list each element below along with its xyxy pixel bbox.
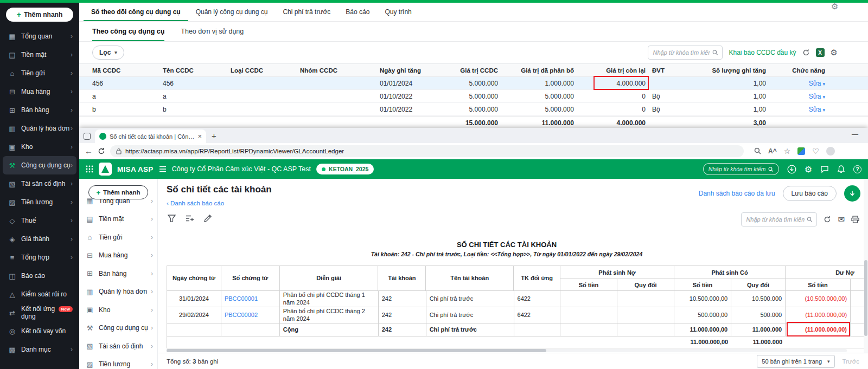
browser-tab[interactable]: Sổ chi tiết các tài khoản | Công ty × [95,130,206,143]
vertical-scrollbar[interactable] [864,179,868,353]
pagination-prev[interactable]: Trước [843,358,859,365]
sidebar-item-tong-quan[interactable]: ▦Tổng quan› [3,27,76,46]
favorites-star-icon[interactable]: ☆ [784,147,791,156]
subtab-theo-don-vi[interactable]: Theo đơn vị sử dụng [181,22,244,41]
sidebar-item-cong-cu-dung-cu[interactable]: ⚒Công cụ dụng cụ› [3,156,76,174]
chat-icon[interactable] [820,165,829,173]
tab-so-theo-doi-ccdc[interactable]: Số theo dõi công cụ dụng cụ [84,3,188,21]
quick-add-button[interactable]: +Thêm nhanh [6,8,73,22]
tab-quy-trinh[interactable]: Quy trình [377,3,419,21]
refresh-icon[interactable] [824,216,831,223]
extension-icon[interactable] [797,147,805,155]
chevron-down-icon[interactable]: ▾ [822,107,825,113]
horizontal-scrollbar[interactable] [167,349,847,352]
sidebar-item-ket-noi-vay-von[interactable]: ◎Kết nối vay vốn [3,322,76,340]
minimize-icon[interactable]: — [852,131,858,138]
sidebar-item-thue[interactable]: ◇Thuế› [3,211,76,230]
table-row[interactable]: 456 456 01/01/2024 5.000.000 1.000.000 4… [79,77,868,90]
sidebar-item-tai-san-co-dinh[interactable]: ▧Tài sản cố định› [79,337,157,355]
sidebar-item-gia-thanh[interactable]: ◈Giá thành› [3,230,76,248]
sidebar-item-tai-san-co-dinh[interactable]: ▧Tài sản cố định› [3,174,76,193]
column-header[interactable]: Nhóm CCDC [300,67,380,74]
save-report-button[interactable]: Lưu báo cáo [783,186,837,201]
profile-avatar[interactable] [826,147,835,156]
report-search-input[interactable] [746,216,804,223]
refresh-icon[interactable] [802,49,810,56]
subtab-theo-ccdc[interactable]: Theo công cụ dụng cụ [92,22,164,41]
browser-essentials-icon[interactable]: ♡ [812,147,819,156]
sidebar-item-ban-hang[interactable]: ⊞Bán hàng› [79,264,157,283]
sidebar-item-tien-gui[interactable]: ⌂Tiền gửi› [79,228,157,247]
column-header[interactable]: Loại CCDC [231,67,300,74]
tab-quan-ly-ccdc[interactable]: Quản lý công cụ dụng cụ [188,3,276,21]
document-link[interactable]: PBCC00001 [225,295,258,303]
zoom-icon[interactable] [754,147,761,154]
column-header[interactable]: Tài khoản [378,266,426,291]
table-row[interactable]: 31/01/2024 PBCC00001 Phân bổ chi phí CCD… [167,291,868,307]
column-header[interactable]: Quy đổi [617,279,674,291]
sidebar-item-tien-mat[interactable]: ▤Tiền mặt› [3,46,76,64]
tab-chi-phi-tra-truoc[interactable]: Chi phí trả trước [275,3,338,21]
sidebar-item-tien-luong[interactable]: ▨Tiền lương› [3,193,76,211]
help-icon[interactable]: ? [853,165,861,173]
filter-button[interactable]: Lọc▾ [92,46,124,60]
sidebar-item-mua-hang[interactable]: ⊟Mua hàng› [79,247,157,265]
column-header[interactable]: Chức năng [766,67,827,74]
chevron-down-icon[interactable]: ▾ [822,94,825,100]
sidebar-item-quan-ly-hoa-don[interactable]: ▥Quản lý hóa đơn› [79,283,157,301]
print-icon[interactable] [851,216,859,223]
sidebar-item-bao-cao[interactable]: ◫Báo cáo [3,267,76,285]
mail-icon[interactable]: ✉ [838,215,845,224]
sidebar-item-kiem-soat-rui-ro[interactable]: △Kiểm soát rủi ro [3,285,76,303]
column-header[interactable]: TK đối ứng [514,266,560,291]
refresh-icon[interactable] [98,147,105,155]
column-header[interactable]: Số tiền [786,279,851,291]
chevron-down-icon[interactable]: ▾ [822,81,825,87]
column-header[interactable]: Tên tài khoản [426,266,514,291]
column-header[interactable]: Số tiền [560,279,617,291]
sidebar-item-kho[interactable]: ▣Kho› [3,138,76,156]
search-input[interactable] [653,49,710,56]
column-group-header[interactable]: Phát sinh Nợ [560,266,674,279]
back-to-report-list-link[interactable]: ‹ Danh sách báo cáo [167,200,224,206]
filter-icon[interactable] [168,215,176,222]
column-header[interactable]: Số lượng ghi tăng [694,67,766,74]
url-bar[interactable]: https://actasp.misa.vn/app/RP/ReportList… [110,145,744,157]
column-header[interactable]: Quy đổi [731,279,786,291]
close-icon[interactable]: × [197,132,202,140]
sidebar-item-quan-ly-hoa-don[interactable]: ▥Quản lý hóa đơn› [3,119,76,138]
page-size-select[interactable]: 50 bản ghi trên 1 trang▾ [757,355,834,368]
sidebar-item-danh-muc[interactable]: ▩Danh mục› [3,340,76,359]
workspace-badge[interactable]: KETOAN_2025 [316,164,374,174]
table-row[interactable]: b b 01/10/2022 5.000.000 5.000.000 0 Bộ … [79,103,868,116]
sidebar-item-tien-mat[interactable]: ▤Tiền mặt› [79,210,157,229]
settings-icon[interactable]: ⚙ [805,164,812,174]
sidebar-item-tien-gui[interactable]: ⌂Tiền gửi› [3,64,76,82]
new-tab-button[interactable]: + [212,131,216,140]
column-header[interactable]: Giá trị CCDC [439,67,498,74]
edit-link[interactable]: Sửa [809,93,821,100]
scrollbar-thumb[interactable] [864,260,867,336]
table-row[interactable]: 29/02/2024 PBCC00002 Phân bổ chi phí CCD… [167,307,868,323]
column-header[interactable]: ĐVT [646,67,694,74]
edit-pencil-icon[interactable] [204,215,212,222]
back-icon[interactable]: ← [85,146,93,156]
column-header[interactable]: Tên CCDC [163,67,231,74]
window-settings-icon[interactable]: ⚙ [831,2,838,11]
apps-grid-icon[interactable] [86,165,93,173]
sidebar-item-cong-cu-dung-cu[interactable]: ⚒Công cụ dụng cụ› [79,319,157,338]
quick-add-button[interactable]: +Thêm nhanh [88,185,148,199]
column-header[interactable]: Diễn giải [280,266,379,291]
document-link[interactable]: PBCC00002 [225,312,258,319]
sidebar-item-ban-hang[interactable]: ⊞Bán hàng› [3,101,76,119]
sidebar-item-mua-hang[interactable]: ⊟Mua hàng› [3,82,76,101]
tab-bao-cao[interactable]: Báo cáo [338,3,377,21]
column-header[interactable]: Mã CCDC [92,67,163,74]
saved-reports-link[interactable]: Danh sách báo cáo đã lưu [699,190,775,197]
sidebar-item-tong-hop[interactable]: ≡Tổng hợp› [3,248,76,267]
settings-icon[interactable]: ⚙ [831,48,838,57]
add-filter-icon[interactable] [186,215,194,222]
scrollbar-thumb[interactable] [167,349,546,352]
sidebar-item-ket-noi-ung-dung[interactable]: ⇄Kết nối ứng dụngNew [3,303,76,322]
global-search-input[interactable] [709,166,765,172]
